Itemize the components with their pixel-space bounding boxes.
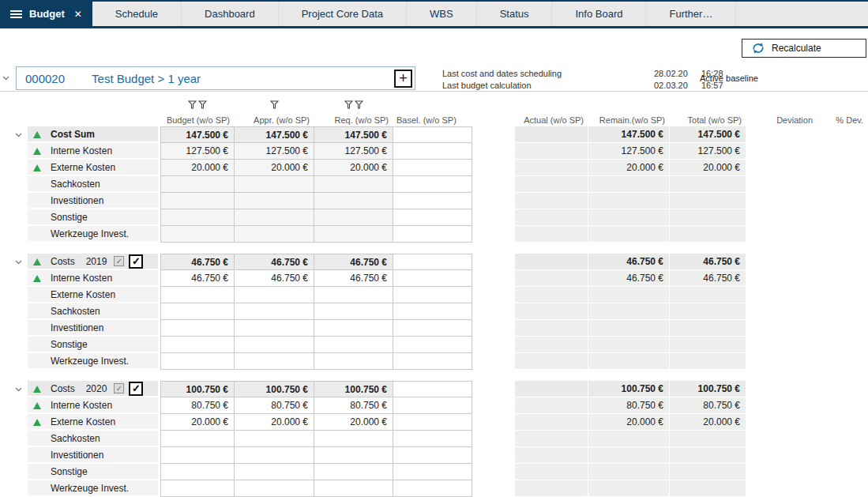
cell-budget[interactable]	[160, 464, 235, 480]
tab-info-board[interactable]: Info Board	[552, 2, 646, 26]
year-checkbox-large[interactable]: ✓	[129, 254, 143, 269]
cell-appr[interactable]	[235, 337, 314, 353]
row-label: Externe Kosten	[51, 416, 115, 427]
filter-icon[interactable]	[270, 100, 279, 111]
cell-appr[interactable]	[235, 447, 314, 464]
cell-req[interactable]	[314, 464, 393, 480]
cell-pdev	[817, 447, 868, 464]
cell-req[interactable]	[314, 353, 393, 370]
table-row: Werkzeuge Invest.	[0, 480, 868, 497]
cell-deviation	[746, 226, 817, 243]
cell-budget[interactable]	[160, 480, 235, 497]
row-label: Investitionen	[51, 322, 103, 333]
filter-icon[interactable]	[198, 100, 207, 111]
cell-budget[interactable]	[160, 303, 235, 320]
cell-req[interactable]	[314, 337, 393, 353]
cell-budget[interactable]	[160, 337, 235, 353]
budget-group: Costs2020✓✓100.750 €100.750 €100.750 €10…	[0, 381, 868, 497]
filter-icon[interactable]	[344, 100, 353, 111]
expand-chevron-icon[interactable]	[15, 260, 22, 265]
cell-pdev	[817, 226, 868, 243]
cell-appr[interactable]	[235, 480, 314, 497]
row-label-cell: Interne Kosten	[28, 397, 160, 414]
tab-status[interactable]: Status	[477, 2, 553, 26]
recalculate-label: Recalculate	[772, 43, 821, 54]
project-name-field[interactable]: Test Budget > 1 year	[92, 72, 201, 85]
cell-appr[interactable]: 46.750 €	[235, 270, 314, 287]
recalculate-button[interactable]: Recalculate	[742, 39, 866, 58]
cell-remain	[588, 447, 670, 464]
cell-req[interactable]	[314, 320, 393, 337]
cell-pdev	[817, 480, 868, 497]
filter-icon[interactable]	[355, 100, 363, 111]
tab-dashboard[interactable]: Dashboard	[182, 2, 279, 26]
project-id: 000020	[25, 72, 65, 85]
cell-req[interactable]	[314, 287, 393, 303]
cell-budget[interactable]	[160, 431, 235, 447]
cell-total: 46.750 €	[670, 270, 746, 287]
cell-pdev	[817, 254, 868, 270]
cell-budget[interactable]: 46.750 €	[160, 270, 235, 287]
column-spacer	[472, 447, 515, 464]
cell-appr[interactable]	[235, 464, 314, 480]
cell-budget[interactable]: 80.750 €	[160, 397, 235, 414]
cell-deviation	[746, 176, 817, 193]
cell-budget[interactable]	[160, 320, 235, 337]
year-checkbox-small[interactable]: ✓	[114, 256, 124, 266]
cell-appr[interactable]	[235, 287, 314, 303]
cell-total	[670, 447, 746, 464]
cell-basel	[393, 176, 472, 193]
cell-appr[interactable]: 80.750 €	[235, 397, 314, 414]
table-row: Werkzeuge Invest.	[0, 353, 868, 370]
cell-budget[interactable]	[160, 287, 235, 303]
cell-pdev	[817, 143, 868, 160]
project-collapse-chevron-icon[interactable]	[2, 76, 9, 81]
table-row: Interne Kosten46.750 €46.750 €46.750 €46…	[0, 270, 868, 287]
close-tab-icon[interactable]: ✕	[74, 9, 82, 20]
row-label-cell: Interne Kosten	[28, 270, 160, 287]
expand-chevron-icon[interactable]	[15, 387, 22, 392]
cell-req[interactable]	[314, 447, 393, 464]
menu-icon[interactable]	[10, 10, 22, 18]
cell-req[interactable]: 46.750 €	[314, 270, 393, 287]
filter-icon[interactable]	[188, 100, 197, 111]
tab-further-[interactable]: Further…	[646, 2, 736, 26]
column-header-label: % Dev.	[817, 115, 868, 125]
cell-pdev	[817, 320, 868, 337]
column-header-budget: Budget (w/o SP)	[160, 100, 235, 126]
cell-budget[interactable]	[160, 353, 235, 370]
row-label: Interne Kosten	[51, 400, 112, 411]
cell-req[interactable]: 20.000 €	[314, 414, 393, 431]
tab-schedule[interactable]: Schedule	[92, 2, 182, 26]
cell-appr[interactable]	[235, 320, 314, 337]
row-label-cell: Sonstige	[28, 464, 160, 480]
cell-deviation	[746, 447, 817, 464]
tab-budget[interactable]: Budget ✕	[0, 2, 92, 26]
cell-appr[interactable]	[235, 353, 314, 370]
cell-budget[interactable]: 20.000 €	[160, 414, 235, 431]
tab-wbs[interactable]: WBS	[407, 2, 477, 26]
cell-budget	[160, 193, 235, 209]
cell-budget[interactable]	[160, 447, 235, 464]
cell-req[interactable]	[314, 480, 393, 497]
expand-chevron-icon[interactable]	[15, 133, 22, 137]
cell-req[interactable]: 80.750 €	[314, 397, 393, 414]
row-label-cell: Externe Kosten	[28, 160, 160, 176]
cell-appr[interactable]: 20.000 €	[235, 414, 314, 431]
column-spacer	[472, 414, 515, 431]
cell-appr[interactable]	[235, 303, 314, 320]
add-button[interactable]: +	[394, 70, 412, 88]
tab-project-core-data[interactable]: Project Core Data	[279, 2, 407, 26]
scheduling-info-line: Last budget calculation 02.03.20 16:57	[442, 79, 723, 91]
cell-req[interactable]	[314, 431, 393, 447]
year-checkbox-small[interactable]: ✓	[114, 383, 124, 393]
cell-pdev	[817, 287, 868, 303]
column-header-actual: Actual (w/o SP)	[515, 100, 588, 126]
status-up-indicator-icon	[33, 402, 41, 409]
cell-appr[interactable]	[235, 431, 314, 447]
column-header-label: Remain.(w/o SP)	[588, 115, 670, 125]
year-checkbox-large[interactable]: ✓	[129, 382, 143, 396]
cell-req[interactable]	[314, 303, 393, 320]
row-label: Werkzeuge Invest.	[51, 356, 129, 367]
cell-budget	[160, 209, 235, 226]
